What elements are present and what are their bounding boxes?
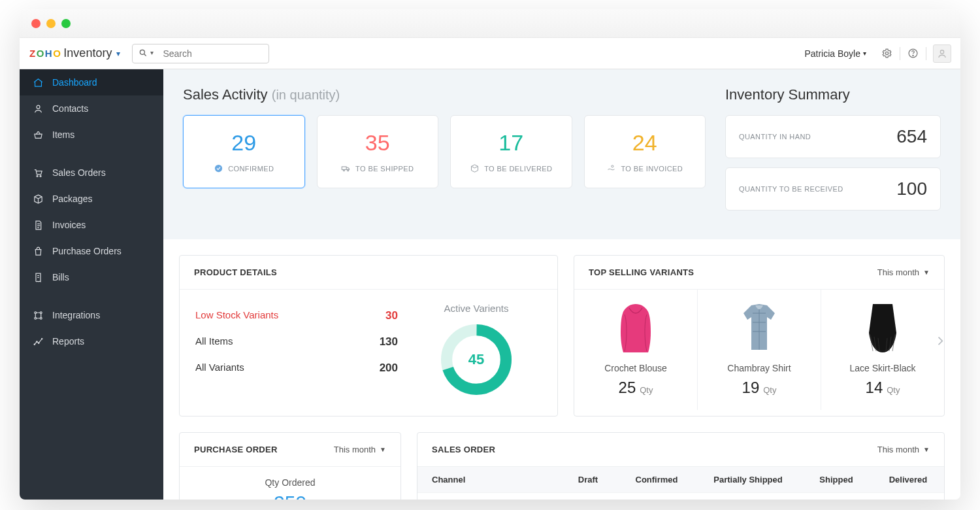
product-image-icon bbox=[828, 299, 938, 358]
sidebar-item-label: Invoices bbox=[52, 220, 86, 230]
sidebar-item-contacts[interactable]: Contacts bbox=[20, 95, 163, 122]
pd-value: 200 bbox=[380, 362, 398, 375]
product-image-icon bbox=[581, 299, 691, 358]
variant-name: Crochet Blouse bbox=[581, 363, 691, 373]
window-close-icon[interactable] bbox=[31, 19, 41, 28]
cell-confirmed: 25 bbox=[617, 493, 696, 500]
po-qty-value: 250 bbox=[193, 492, 387, 500]
qty-unit: Qty bbox=[763, 385, 776, 395]
inv-row-value: 100 bbox=[896, 178, 927, 199]
sidebar-item-reports[interactable]: Reports bbox=[20, 328, 163, 354]
sidebar-item-label: Sales Orders bbox=[52, 167, 106, 178]
svg-point-20 bbox=[348, 170, 349, 171]
home-icon bbox=[33, 77, 44, 88]
pd-row-low-stock[interactable]: Low Stock Variants 30 bbox=[195, 303, 398, 329]
period-selector[interactable]: This month▼ bbox=[877, 267, 930, 277]
active-variants-value: 45 bbox=[437, 320, 515, 399]
top-variant-item[interactable]: Lace Skirt-Black 14Qty bbox=[821, 290, 944, 410]
svg-rect-18 bbox=[342, 167, 346, 169]
inv-row-value: 654 bbox=[896, 126, 927, 147]
top-selling-card: TOP SELLING VARIANTS This month▼ Crochet… bbox=[574, 255, 945, 416]
pd-label: All Variants bbox=[195, 362, 244, 375]
app-name: Inventory bbox=[63, 46, 112, 60]
inv-qty-in-hand[interactable]: QUANTITY IN HAND 654 bbox=[725, 115, 941, 158]
svg-point-21 bbox=[612, 165, 613, 167]
sales-order-card: SALES ORDER This month▼ Channel Draft Co… bbox=[417, 432, 945, 500]
reports-icon bbox=[33, 336, 44, 347]
sa-value: 35 bbox=[365, 130, 390, 156]
sidebar-item-invoices[interactable]: Invoices bbox=[20, 212, 163, 238]
card-title: TOP SELLING VARIANTS bbox=[589, 267, 694, 277]
cell-delivered: 120 bbox=[872, 493, 944, 500]
truck-icon bbox=[341, 163, 351, 173]
avatar[interactable] bbox=[933, 44, 951, 63]
user-menu[interactable]: Patricia Boyle ▾ bbox=[804, 48, 877, 59]
bag-icon bbox=[33, 246, 44, 257]
search-scope-caret-icon[interactable]: ▾ bbox=[150, 49, 154, 56]
period-selector[interactable]: This month▼ bbox=[334, 445, 386, 454]
sidebar-item-integrations[interactable]: Integrations bbox=[20, 302, 163, 328]
sidebar-item-bills[interactable]: Bills bbox=[20, 264, 163, 290]
sidebar-item-items[interactable]: Items bbox=[20, 122, 163, 148]
inventory-summary-title: Inventory Summary bbox=[725, 86, 941, 103]
svg-point-9 bbox=[35, 311, 37, 313]
inv-row-label: QUANTITY TO BE RECEIVED bbox=[739, 185, 843, 193]
receipt-icon bbox=[33, 272, 44, 283]
svg-point-6 bbox=[37, 105, 40, 109]
variant-qty: 19 bbox=[742, 379, 760, 397]
window-minimize-icon[interactable] bbox=[46, 19, 56, 28]
qty-unit: Qty bbox=[640, 385, 653, 395]
package-icon bbox=[33, 194, 44, 205]
pd-row-all-variants[interactable]: All Variants 200 bbox=[195, 355, 398, 381]
sa-card-to-be-shipped[interactable]: 35 TO BE SHIPPED bbox=[317, 115, 439, 188]
search-wrapper: ▾ bbox=[132, 44, 269, 63]
hand-coin-icon bbox=[606, 163, 616, 173]
topbar: ZOHO Inventory ▾ ▾ Patricia Boyle ▾ bbox=[20, 38, 960, 69]
svg-point-2 bbox=[885, 52, 888, 54]
titlebar bbox=[20, 9, 960, 38]
svg-point-17 bbox=[215, 165, 222, 172]
document-icon bbox=[33, 220, 44, 231]
sidebar-item-dashboard[interactable]: Dashboard bbox=[20, 69, 163, 95]
sa-card-to-be-invoiced[interactable]: 24 TO BE INVOICED bbox=[584, 115, 706, 188]
top-variant-item[interactable]: Crochet Blouse 25Qty bbox=[574, 290, 698, 410]
col-partial: Partially Shipped bbox=[696, 467, 800, 492]
app-switcher[interactable]: ZOHO Inventory ▾ bbox=[29, 46, 120, 60]
help-button[interactable] bbox=[907, 48, 919, 59]
sa-label: TO BE DELIVERED bbox=[484, 165, 552, 173]
svg-point-19 bbox=[343, 170, 344, 171]
sa-card-confirmed[interactable]: 29 CONFIRMED bbox=[183, 115, 305, 188]
window-zoom-icon[interactable] bbox=[61, 19, 71, 28]
sales-order-table-header: Channel Draft Confirmed Partially Shippe… bbox=[417, 467, 944, 492]
sidebar-item-label: Contacts bbox=[52, 103, 88, 114]
svg-point-8 bbox=[40, 175, 41, 177]
inv-qty-to-receive[interactable]: QUANTITY TO BE RECEIVED 100 bbox=[725, 167, 941, 211]
col-shipped: Shipped bbox=[800, 467, 872, 492]
sidebar-item-sales-orders[interactable]: Sales Orders bbox=[20, 160, 163, 186]
sidebar-item-label: Items bbox=[52, 129, 74, 140]
sidebar-item-packages[interactable]: Packages bbox=[20, 186, 163, 212]
next-button[interactable] bbox=[934, 334, 947, 351]
inv-row-label: QUANTITY IN HAND bbox=[739, 133, 811, 141]
active-variants-donut: 45 bbox=[437, 320, 515, 399]
svg-point-10 bbox=[40, 311, 42, 313]
sa-label: TO BE SHIPPED bbox=[355, 165, 414, 173]
qty-unit: Qty bbox=[887, 385, 900, 395]
pd-value: 130 bbox=[380, 335, 398, 348]
product-image-icon bbox=[704, 299, 814, 358]
cell-draft: 0 bbox=[559, 493, 617, 500]
period-selector[interactable]: This month▼ bbox=[877, 445, 930, 454]
pd-row-all-items[interactable]: All Items 130 bbox=[195, 329, 398, 355]
sidebar-item-purchase-orders[interactable]: Purchase Orders bbox=[20, 238, 163, 264]
table-row[interactable]: Amazon Web Services 0 25 55 60 120 bbox=[417, 492, 944, 500]
sidebar-item-label: Bills bbox=[52, 272, 69, 282]
person-icon bbox=[33, 103, 44, 114]
sidebar-item-label: Reports bbox=[52, 336, 84, 347]
sa-label: TO BE INVOICED bbox=[621, 165, 683, 173]
top-variant-item[interactable]: Chambray Shirt 19Qty bbox=[698, 290, 821, 410]
settings-button[interactable] bbox=[881, 48, 892, 59]
cart-icon bbox=[33, 167, 44, 178]
sa-card-to-be-delivered[interactable]: 17 TO BE DELIVERED bbox=[450, 115, 572, 188]
variant-qty: 14 bbox=[866, 379, 883, 397]
caret-down-icon: ▾ bbox=[116, 49, 120, 58]
